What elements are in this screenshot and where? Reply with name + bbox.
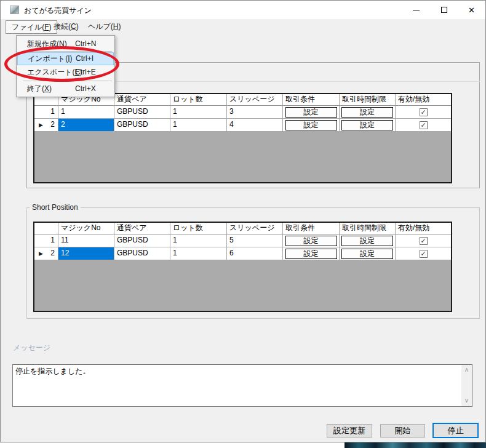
menu-label-part: ファイル(: [12, 23, 44, 31]
short-position-group-label: Short Position: [30, 203, 81, 212]
trade-condition-settings-button[interactable]: 設定: [285, 120, 337, 130]
row-header-corner: [34, 223, 58, 234]
menu-help[interactable]: ヘルプ(H): [82, 20, 127, 34]
cell-enabled: ✓: [396, 247, 451, 260]
cell-currency-pair[interactable]: GBPUSD: [114, 247, 170, 260]
enabled-checkbox[interactable]: ✓: [420, 237, 428, 245]
cell-trade-condition: 設定: [283, 119, 340, 132]
minimize-icon: [413, 10, 420, 10]
cell-slippage[interactable]: 5: [227, 234, 283, 247]
menu-label-part: ): [49, 84, 52, 93]
row-number: 2: [50, 249, 55, 257]
message-label: メッセージ: [13, 343, 50, 353]
titlebar: おてがる売買サイン ✕: [1, 1, 485, 19]
enabled-checkbox[interactable]: ✓: [420, 108, 428, 116]
table-row: 1 1 GBPUSD 1 3 設定 設定 ✓: [34, 106, 451, 119]
cell-currency-pair[interactable]: GBPUSD: [114, 106, 170, 119]
cell-enabled: ✓: [396, 106, 451, 119]
column-header-currency-pair[interactable]: 通貨ペア: [114, 223, 170, 234]
table-row: 1 11 GBPUSD 1 5 設定 設定 ✓: [34, 234, 451, 247]
table-row: ▶2 2 GBPUSD 1 4 設定 設定 ✓: [34, 119, 451, 132]
trade-time-limit-settings-button[interactable]: 設定: [341, 236, 393, 246]
column-header-lot[interactable]: ロット数: [170, 223, 227, 234]
menu-connect[interactable]: 接続(C): [48, 20, 84, 34]
menu-label-part: ): [76, 22, 79, 31]
column-header-slippage[interactable]: スリッページ: [227, 94, 283, 106]
row-header[interactable]: ▶2: [34, 247, 58, 260]
column-header-currency-pair[interactable]: 通貨ペア: [114, 94, 170, 106]
menu-mnemonic: H: [113, 22, 119, 31]
cell-magic-no-selected[interactable]: 12: [58, 247, 114, 260]
cell-currency-pair[interactable]: GBPUSD: [114, 119, 170, 132]
settings-update-button[interactable]: 設定更新: [327, 424, 372, 438]
trade-time-limit-settings-button[interactable]: 設定: [341, 249, 393, 259]
close-button[interactable]: ✕: [458, 1, 485, 19]
row-header[interactable]: 1: [34, 234, 58, 247]
vertical-scrollbar[interactable]: ∧ ∨: [461, 365, 472, 406]
menu-item-exit[interactable]: 終了(X) Ctrl+X: [17, 82, 114, 95]
trade-condition-settings-button[interactable]: 設定: [285, 236, 337, 246]
checkmark-icon: ✓: [420, 121, 426, 129]
cell-lot[interactable]: 1: [170, 234, 227, 247]
scroll-down-icon[interactable]: ∨: [461, 396, 472, 406]
cell-magic-no[interactable]: 11: [58, 234, 114, 247]
checkmark-icon: ✓: [420, 237, 426, 244]
maximize-button[interactable]: [430, 1, 458, 19]
grid-empty-area: [34, 132, 451, 182]
column-header-trade-condition[interactable]: 取引条件: [283, 223, 340, 234]
stop-button[interactable]: 停止: [432, 423, 479, 438]
cell-lot[interactable]: 1: [170, 106, 227, 119]
app-window: おてがる売買サイン ✕ ファイル(F) 接続(C) ヘルプ(H): [0, 0, 486, 442]
cell-magic-no[interactable]: 1: [58, 106, 114, 119]
column-header-trade-time-limit[interactable]: 取引時間制限: [340, 94, 396, 106]
cell-lot[interactable]: 1: [170, 247, 227, 260]
menu-label-part: ): [119, 22, 121, 31]
row-header[interactable]: ▶2: [34, 119, 58, 132]
cell-trade-time-limit: 設定: [340, 106, 396, 119]
start-button[interactable]: 開始: [380, 424, 425, 438]
cell-slippage[interactable]: 4: [227, 119, 283, 132]
message-text: 停止を指示しました。: [15, 366, 90, 377]
row-header[interactable]: 1: [34, 106, 58, 119]
message-textbox[interactable]: 停止を指示しました。 ∧ ∨: [12, 364, 472, 407]
column-header-trade-condition[interactable]: 取引条件: [283, 94, 340, 106]
cell-slippage[interactable]: 3: [227, 106, 283, 119]
annotation-ellipse: [4, 46, 119, 82]
cell-magic-no-selected[interactable]: 2: [58, 119, 114, 132]
current-row-arrow-icon: ▶: [39, 121, 43, 129]
menubar: ファイル(F) 接続(C) ヘルプ(H): [1, 19, 485, 35]
column-header-magic-no[interactable]: マジックNo: [58, 223, 114, 234]
scroll-up-icon[interactable]: ∧: [461, 365, 472, 375]
cell-currency-pair[interactable]: GBPUSD: [114, 234, 170, 247]
close-icon: ✕: [468, 6, 475, 14]
menu-mnemonic: C: [71, 22, 76, 31]
trade-condition-settings-button[interactable]: 設定: [285, 249, 337, 259]
enabled-checkbox[interactable]: ✓: [420, 250, 428, 258]
cell-trade-condition: 設定: [283, 247, 340, 260]
column-header-enabled[interactable]: 有効/無効: [396, 94, 451, 106]
cell-enabled: ✓: [396, 234, 451, 247]
column-header-trade-time-limit[interactable]: 取引時間制限: [340, 223, 396, 234]
menu-mnemonic: X: [44, 84, 49, 93]
cell-enabled: ✓: [396, 119, 451, 132]
cell-slippage[interactable]: 6: [227, 247, 283, 260]
app-icon: [10, 6, 19, 14]
cell-trade-time-limit: 設定: [340, 234, 396, 247]
row-number: 2: [50, 120, 55, 129]
checkmark-icon: ✓: [420, 250, 426, 257]
cell-trade-time-limit: 設定: [340, 247, 396, 260]
checkmark-icon: ✓: [420, 108, 426, 116]
trade-time-limit-settings-button[interactable]: 設定: [341, 107, 393, 118]
enabled-checkbox[interactable]: ✓: [420, 121, 428, 129]
column-header-lot[interactable]: ロット数: [170, 94, 227, 106]
trade-time-limit-settings-button[interactable]: 設定: [341, 120, 393, 130]
background-window-strip: [0, 442, 345, 448]
column-header-enabled[interactable]: 有効/無効: [396, 223, 451, 234]
column-header-slippage[interactable]: スリッページ: [227, 223, 283, 234]
window-title: おてがる売買サイン: [24, 6, 92, 16]
minimize-button[interactable]: [402, 1, 430, 19]
menu-label-part: ヘルプ(: [88, 22, 113, 31]
trade-condition-settings-button[interactable]: 設定: [285, 107, 337, 118]
cell-lot[interactable]: 1: [170, 119, 227, 132]
current-row-arrow-icon: ▶: [39, 250, 43, 257]
